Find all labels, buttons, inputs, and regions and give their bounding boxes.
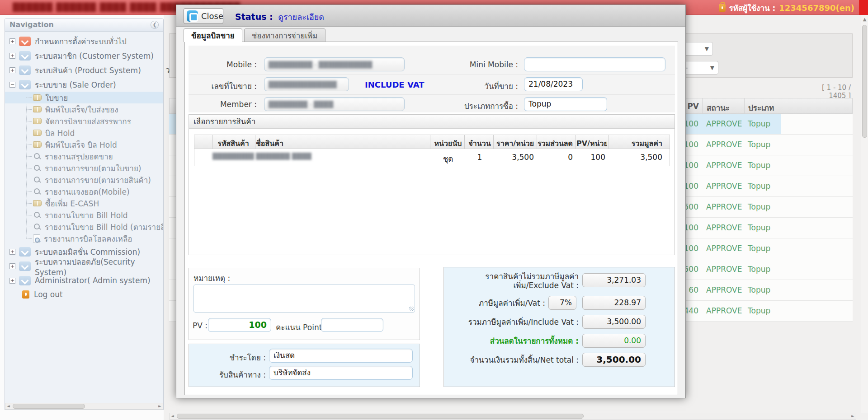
product-qty: 1 <box>465 153 494 162</box>
module-icon <box>19 247 31 257</box>
nav-group-product-system[interactable]: + ระบบสินค้า (Product System) <box>5 63 163 77</box>
pv-field[interactable]: 100 <box>208 318 271 332</box>
module-icon <box>19 65 31 75</box>
scroll-right-icon[interactable]: ► <box>851 414 854 418</box>
hidden-label-sliver: ว <box>165 64 170 76</box>
user-lock-icon <box>719 4 726 12</box>
nav-item-ecash-topup[interactable]: ซื้อเพิ่ม E-CASH <box>5 197 163 209</box>
nav-item-sales-summary-report[interactable]: รายงานสรุปยอดขาย <box>5 150 163 162</box>
mini-mobile-label: Mini Mobile : <box>442 60 518 69</box>
nav-item-bill-hold-report-by-product[interactable]: รายงานใบขาย Bill Hold (ตามรายสินค้ <box>5 221 163 233</box>
dialog-titlebar: Close Status : ดูรายละเอียด <box>176 5 685 27</box>
col-total-value: รวมมูลค่า <box>609 138 669 149</box>
chevron-down-icon: ▼ <box>710 61 714 74</box>
nav-item-bill-hold-balance-report[interactable]: รายงานการบิลโฮลคงเหลือ <box>5 233 163 244</box>
nav-item-bill-hold-report[interactable]: รายงานใบขาย Bill Hold <box>5 209 163 221</box>
expand-icon[interactable]: + <box>9 67 15 73</box>
nav-group-sale-order[interactable]: − ระบบขาย (Sale Order) <box>5 77 163 92</box>
expand-icon[interactable]: + <box>9 53 15 59</box>
column-header-type[interactable]: ประเภท <box>748 102 774 114</box>
product-name-masked: ███████ ████ <box>256 153 392 160</box>
collapse-panel-button[interactable]: ❮ <box>151 21 159 29</box>
col-unit-price: ราคา/หน่วย <box>494 138 536 149</box>
dialog-content: Mobile : █████████ - ███████████ Mini Mo… <box>184 42 678 395</box>
nav-item-mobile-report[interactable]: รายงานแจงยอด(Mobile) <box>5 186 163 197</box>
invoice-no-field[interactable]: ██████████████ <box>264 77 349 91</box>
search-icon <box>33 176 41 184</box>
logout-button[interactable]: Log out <box>5 288 163 301</box>
report-icon <box>33 234 40 243</box>
expand-icon[interactable]: + <box>9 249 15 255</box>
chevron-down-icon: ▼ <box>705 42 709 55</box>
nav-item-sales-report-by-invoice[interactable]: รายงานการขาย(ตามใบขาย) <box>5 162 163 174</box>
sale-order-children: ใบขาย พิมพ์ใบเสร็จ/ใบส่งของ จัดการบิลขาย… <box>5 92 163 244</box>
collapse-icon[interactable]: − <box>9 82 15 88</box>
invoice-no-label: เลขที่ใบขาย : <box>192 80 257 92</box>
corner-accent <box>859 0 868 16</box>
member-field[interactable]: ████████ - ████ <box>264 97 405 111</box>
mini-mobile-field[interactable] <box>524 57 665 71</box>
expand-icon[interactable]: + <box>9 263 15 269</box>
note-textarea[interactable] <box>193 285 415 313</box>
horizontal-scrollbar[interactable]: ◄ ► <box>169 413 856 420</box>
include-vat-label: รวมภาษีมูลค่าเพิ่ม/Include Vat : <box>447 317 579 327</box>
book-icon <box>33 130 42 136</box>
nav-item-tax-bills[interactable]: จัดการบิลขายส่งสรรพากร <box>5 115 163 127</box>
member-label: Member : <box>192 100 257 109</box>
nav-group-general-settings[interactable]: + กำหนดการตั้งค่าระบบทั่วไป <box>5 34 163 48</box>
search-icon <box>33 152 41 160</box>
expand-icon[interactable]: + <box>9 38 15 44</box>
pay-by-label: ชำระโดย : <box>189 351 266 364</box>
navigation-panel: Navigation ❮ + กำหนดการตั้งค่าระบบทั่วไป… <box>5 18 164 410</box>
nav-group-security[interactable]: + ระบบความปลอดภัย(Security System) <box>5 259 163 273</box>
pay-by-field[interactable]: เงินสด <box>269 349 413 363</box>
scroll-up-icon[interactable]: ▲ <box>861 17 868 22</box>
product-row[interactable]: ██████████ ███████ ████ ชุด 1 3,500 0 10… <box>194 149 670 166</box>
sale-date-field[interactable]: 21/08/2023 <box>524 77 583 91</box>
scroll-right-icon[interactable]: ► <box>158 404 161 408</box>
nav-item-sales-report-by-product[interactable]: รายงานการขาย(ตามรายสินค้า) <box>5 174 163 186</box>
vat-amount-value: 228.97 <box>582 296 646 310</box>
net-total-label: จำนวนเงินรวมทั้งสิ้น/Net total : <box>447 355 579 364</box>
point-field[interactable] <box>321 318 383 332</box>
items-panel-title: เลือกรายการสินค้า <box>189 115 675 129</box>
include-vat-flag: INCLUDE VAT <box>365 80 424 89</box>
nav-item-print-receipt[interactable]: พิมพ์ใบเสร็จ/ใบส่งของ <box>5 103 163 115</box>
scrollbar-thumb[interactable] <box>177 414 584 419</box>
scroll-left-icon[interactable]: ◄ <box>7 404 10 408</box>
nav-group-customer-system[interactable]: + ระบบสมาชิก (Customer System) <box>5 48 163 63</box>
lock-icon <box>22 290 29 299</box>
receive-via-field[interactable]: บริษัทจัดส่ง <box>269 366 413 380</box>
close-button[interactable]: Close <box>184 8 223 24</box>
discount-total-label: ส่วนลดในรายการทั้งหมด : <box>447 336 579 345</box>
purchase-type-field[interactable]: Topup <box>524 97 607 111</box>
scrollbar-thumb[interactable] <box>862 25 867 138</box>
nav-item-bill-hold[interactable]: บิล Hold <box>5 127 163 139</box>
module-icon <box>19 80 31 89</box>
vat-rate-value: 7% <box>548 296 576 310</box>
nav-item-print-bill-hold[interactable]: พิมพ์ใบเสร็จ บิล Hold <box>5 139 163 150</box>
scrollbar-thumb[interactable] <box>13 404 85 409</box>
filter-dropdown-2[interactable]: -▼ <box>681 61 718 75</box>
tab-bill-info[interactable]: ข้อมูลบิลขาย <box>184 28 242 42</box>
pv-label: PV : <box>193 321 208 330</box>
tab-extra-payment[interactable]: ช่องทางการจ่ายเพิ่ม <box>244 28 326 42</box>
book-icon <box>33 94 42 101</box>
vertical-scrollbar[interactable]: ▲ <box>861 15 868 413</box>
bill-info-form: Mobile : █████████ - ███████████ Mini Mo… <box>189 46 675 112</box>
mobile-field[interactable]: █████████ - ███████████ <box>264 57 405 71</box>
dialog-tabs: ข้อมูลบิลขาย ช่องทางการจ่ายเพิ่ม <box>184 28 326 42</box>
product-unit: ชุด <box>431 153 465 165</box>
nav-horizontal-scrollbar[interactable]: ◄ ► <box>5 403 163 410</box>
scroll-left-icon[interactable]: ◄ <box>171 414 174 418</box>
search-icon <box>33 223 41 231</box>
nav-item-sale-invoice[interactable]: ใบขาย <box>5 92 163 103</box>
book-icon <box>33 141 42 148</box>
column-header-status[interactable]: สถานะ <box>707 102 730 114</box>
user-box: รหัสผู้ใช้งาน : 1234567890(en) <box>719 2 854 14</box>
product-table: รหัสสินค้า ชื่อสินค้า หน่วยนับ จำนวน ราค… <box>194 135 670 166</box>
filter-dropdown-1[interactable]: ▼ <box>681 42 713 56</box>
expand-icon[interactable]: + <box>9 278 15 284</box>
status-label: Status : <box>235 12 273 22</box>
search-icon <box>33 187 41 196</box>
